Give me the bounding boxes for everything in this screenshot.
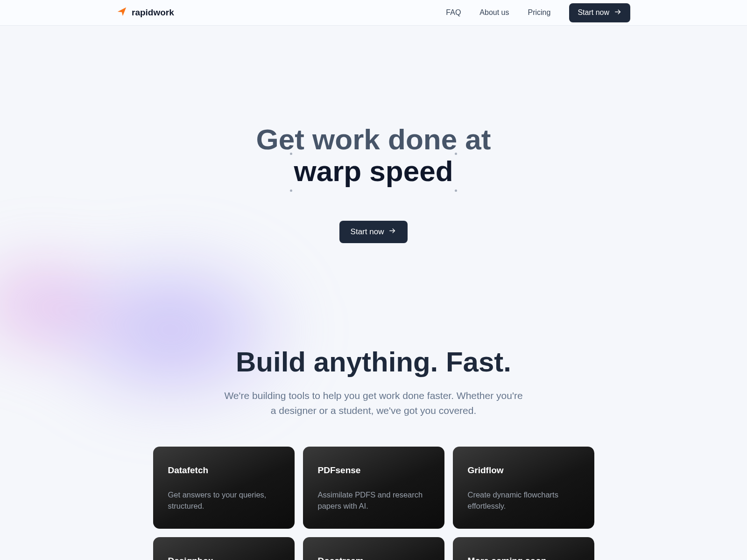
- hero-cta-label: Start now: [351, 227, 384, 237]
- selection-handle-icon: [290, 153, 292, 155]
- brand-name: rapidwork: [132, 7, 174, 18]
- hero-heading: Get work done at warp speed: [0, 124, 747, 187]
- card-desc: Create dynamic flowcharts effortlessly.: [468, 490, 579, 512]
- brand-logo[interactable]: rapidwork: [117, 7, 174, 19]
- hero-line-2-selection: warp speed: [294, 155, 453, 187]
- card-desc: Get answers to your queries, structured.: [168, 490, 280, 512]
- card-title: Designbox: [168, 556, 280, 560]
- nav-link-faq[interactable]: FAQ: [446, 8, 461, 17]
- card-title: More coming soon...: [468, 556, 579, 560]
- arrow-right-icon: [614, 8, 622, 18]
- feature-card-gridflow[interactable]: Gridflow Create dynamic flowcharts effor…: [453, 447, 594, 529]
- hero-section: Get work done at warp speed Start now: [0, 26, 747, 243]
- card-desc: Assimilate PDFS and research papers with…: [318, 490, 430, 512]
- nav-cta-label: Start now: [578, 8, 609, 17]
- hero-start-now-button[interactable]: Start now: [339, 221, 408, 243]
- hero-line-1: Get work done at: [256, 123, 491, 155]
- card-title: Gridflow: [468, 465, 579, 476]
- nav-start-now-button[interactable]: Start now: [569, 3, 630, 22]
- paper-plane-icon: [117, 7, 127, 19]
- features-section: Build anything. Fast. We're building too…: [0, 243, 747, 560]
- primary-nav: FAQ About us Pricing Start now: [446, 3, 630, 22]
- arrow-right-icon: [388, 227, 396, 237]
- features-heading: Build anything. Fast.: [0, 346, 747, 378]
- card-title: PDFsense: [318, 465, 430, 476]
- card-title: Datafetch: [168, 465, 280, 476]
- nav-link-about[interactable]: About us: [479, 8, 509, 17]
- nav-link-pricing[interactable]: Pricing: [528, 8, 551, 17]
- selection-handle-icon: [290, 189, 292, 192]
- hero-line-2: warp speed: [294, 155, 453, 187]
- feature-card-more[interactable]: More coming soon... We're working on mor…: [453, 537, 594, 560]
- feature-card-pdfsense[interactable]: PDFsense Assimilate PDFS and research pa…: [303, 447, 444, 529]
- features-subheading: We're building tools to help you get wor…: [224, 388, 523, 418]
- feature-card-datafetch[interactable]: Datafetch Get answers to your queries, s…: [153, 447, 295, 529]
- selection-handle-icon: [455, 189, 457, 192]
- feature-card-designbox[interactable]: Designbox Design graphics with a powerfu…: [153, 537, 295, 560]
- selection-handle-icon: [455, 153, 457, 155]
- feature-card-docstream[interactable]: Docstream Create docs and collaborate wi…: [303, 537, 444, 560]
- feature-card-grid: Datafetch Get answers to your queries, s…: [153, 447, 594, 560]
- site-header: rapidwork FAQ About us Pricing Start now: [0, 0, 747, 26]
- card-title: Docstream: [318, 556, 430, 560]
